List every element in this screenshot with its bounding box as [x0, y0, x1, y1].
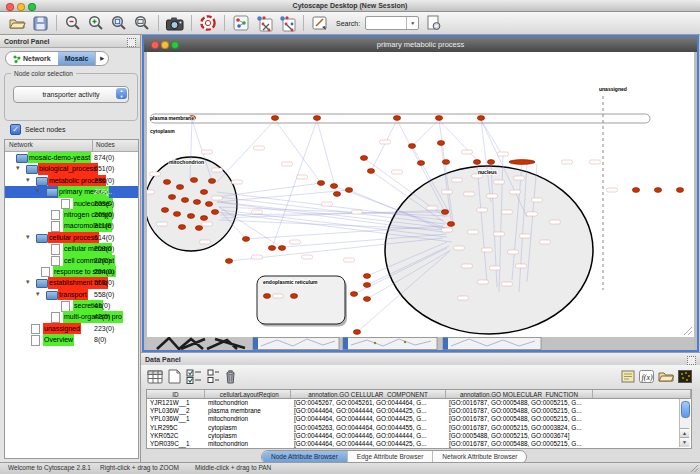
graph-node[interactable] — [437, 141, 444, 146]
graph-node[interactable] — [353, 330, 360, 335]
graph-node[interactable] — [200, 216, 207, 221]
table-cell[interactable]: [GO:0044464, GO:0044446, GO:0044444, G..… — [291, 432, 446, 440]
tree-row[interactable]: nitrogen compo209(0) — [5, 209, 138, 220]
table-cell[interactable]: [GO:0044464, GO:0044444, GO:0044425, G..… — [291, 407, 446, 415]
search-input[interactable]: ▼ — [365, 16, 419, 30]
scrollbar-thumb[interactable] — [681, 401, 690, 418]
graph-node[interactable] — [195, 226, 202, 231]
annotation-icon[interactable] — [311, 15, 329, 32]
table-cell[interactable]: plasma membrane — [205, 407, 291, 415]
graph-node[interactable] — [225, 259, 232, 264]
table-column-header[interactable] — [593, 390, 691, 399]
column-divider[interactable] — [92, 140, 93, 151]
graph-node[interactable] — [477, 116, 484, 121]
tab-overflow-button[interactable]: ▶ — [95, 52, 108, 65]
graph-node[interactable] — [345, 188, 352, 193]
save-session-icon[interactable] — [31, 15, 49, 32]
tab-network[interactable]: Network — [6, 52, 58, 65]
table-cell[interactable]: YKR052C — [147, 432, 205, 440]
graph-node[interactable] — [317, 181, 324, 186]
table-cell[interactable]: mitochondrion — [205, 440, 291, 448]
attribute-matrix-icon[interactable] — [678, 370, 692, 384]
graph-node[interactable] — [161, 208, 168, 213]
tree-row[interactable]: multi-organism pro42(0) — [5, 311, 138, 322]
annotation-note-icon[interactable] — [621, 370, 635, 384]
float-panel-icon[interactable] — [687, 356, 696, 365]
network-canvas[interactable]: plasma membranecytoplasmmitochondrionnuc… — [147, 52, 694, 337]
tree-row[interactable]: macromolecule311(0) — [5, 220, 138, 231]
delete-attribute-icon[interactable] — [224, 369, 237, 385]
tree-row[interactable]: ▾transport558(0) — [5, 289, 138, 300]
zoom-window-icon[interactable] — [28, 3, 36, 11]
tree-row[interactable]: ▾primary metabo209(.. — [5, 186, 138, 197]
tree-row[interactable]: Overview8(0) — [5, 334, 138, 345]
manage-network-b-icon[interactable] — [278, 15, 296, 32]
tree-col-nodes[interactable]: Nodes — [96, 141, 115, 148]
graph-node[interactable] — [367, 169, 374, 174]
graph-node[interactable] — [205, 202, 212, 207]
minimize-view-icon[interactable] — [161, 41, 169, 49]
graph-node[interactable] — [190, 178, 197, 183]
unselect-all-attributes-icon[interactable] — [207, 369, 219, 385]
network-view-window[interactable]: primary metabolic process plasma membran… — [142, 35, 699, 352]
table-cell[interactable]: cytoplasm — [205, 424, 291, 432]
tree-row[interactable]: cellular metabo209(0) — [5, 243, 138, 254]
graph-node[interactable] — [290, 294, 297, 299]
graph-node[interactable] — [363, 297, 370, 302]
network-overlay-icon[interactable] — [232, 15, 250, 32]
tree-header[interactable]: Network Nodes — [5, 140, 138, 152]
tree-col-network[interactable]: Network — [9, 141, 33, 148]
tree-row[interactable]: ▾metabolic process280(0) — [5, 175, 138, 186]
tree-row[interactable]: nucleobase-209(0) — [5, 198, 138, 209]
graph-node[interactable] — [178, 225, 185, 230]
table-cell[interactable]: [GO:0016787, GO:0005488, GO:0005215, G..… — [446, 399, 593, 407]
tree-row[interactable]: ▾establishment of lo558(0) — [5, 277, 138, 288]
table-cell[interactable]: [GO:0044464, GO:0044444, GO:0044425, G..… — [291, 415, 446, 423]
manage-network-a-icon[interactable] — [255, 15, 273, 32]
select-all-attributes-icon[interactable] — [186, 369, 202, 385]
table-cell[interactable]: [GO:0045267, GO:0045261, GO:0044464, G..… — [291, 399, 446, 407]
table-cell[interactable]: mitochondrion — [205, 399, 291, 407]
create-attribute-icon[interactable] — [168, 369, 181, 385]
minimize-window-icon[interactable] — [17, 3, 25, 11]
table-column-header[interactable]: ID — [147, 390, 205, 399]
import-attributes-icon[interactable] — [658, 370, 674, 384]
graph-node[interactable] — [187, 214, 194, 219]
background-windows[interactable] — [147, 337, 694, 350]
graph-node[interactable] — [473, 160, 480, 165]
table-cell[interactable]: [GO:0016787, GO:0005488, GO:0005215, G..… — [446, 415, 593, 423]
graph-node[interactable] — [442, 160, 449, 165]
help-lifesaver-icon[interactable] — [199, 15, 217, 32]
table-cell[interactable]: [GO:0045263, GO:0044464, GO:0044455, G..… — [291, 424, 446, 432]
expander-icon[interactable]: ▾ — [26, 176, 30, 184]
function-builder-icon[interactable]: f(x) — [639, 370, 654, 384]
advanced-search-icon[interactable] — [424, 15, 442, 32]
graph-node[interactable] — [363, 274, 370, 279]
graph-node[interactable] — [163, 180, 170, 185]
expander-icon[interactable]: ▾ — [26, 278, 30, 286]
scroll-down-icon[interactable]: ▼ — [680, 437, 689, 447]
graph-node[interactable] — [200, 190, 207, 195]
close-view-icon[interactable] — [151, 41, 159, 49]
zoom-view-icon[interactable] — [171, 41, 179, 49]
graph-node[interactable] — [330, 184, 337, 189]
table-cell[interactable]: [GO:0016787, GO:0005215, GO:0003824, G..… — [446, 424, 593, 432]
table-column-header[interactable]: _cellularLayoutRegion — [205, 390, 291, 399]
graph-node[interactable] — [676, 188, 683, 193]
table-cell[interactable]: [GO:0016787, GO:0005488, GO:0005215, G..… — [446, 440, 593, 448]
table-cell[interactable]: mitochondrion — [205, 415, 291, 423]
graph-node[interactable] — [313, 116, 320, 121]
attribute-select-icon[interactable] — [147, 370, 163, 385]
graph-node[interactable] — [441, 210, 448, 215]
graph-node[interactable] — [271, 116, 278, 121]
graph-node[interactable] — [487, 160, 494, 165]
graph-node[interactable] — [435, 116, 442, 121]
expander-icon[interactable]: ▾ — [26, 233, 30, 241]
zoom-in-icon[interactable] — [87, 15, 105, 32]
resize-grip-icon[interactable] — [681, 324, 693, 336]
table-cell[interactable]: cytoplasm — [205, 432, 291, 440]
graph-node[interactable] — [263, 294, 270, 299]
tree-row[interactable]: ▾cellular process614(0) — [5, 232, 138, 243]
graph-node[interactable] — [181, 198, 188, 203]
network-view-titlebar[interactable]: primary metabolic process — [144, 37, 697, 52]
